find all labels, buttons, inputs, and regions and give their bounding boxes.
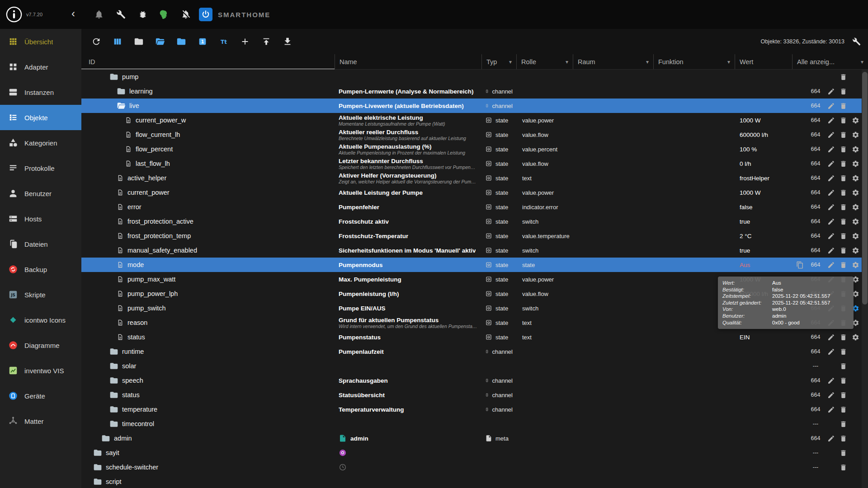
settings-button[interactable] [852, 232, 859, 240]
edit-button[interactable] [827, 88, 835, 95]
view-columns-icon[interactable] [113, 37, 123, 47]
sidebar-item-hosts[interactable]: Hosts [0, 206, 81, 231]
expert-mode-icon[interactable] [159, 9, 169, 19]
sidebar-item-instanzen[interactable]: Instanzen [0, 80, 81, 105]
object-value[interactable]: 0 l/h [735, 160, 792, 167]
column-header-id[interactable]: ID [81, 54, 335, 69]
delete-button[interactable] [840, 203, 847, 211]
delete-button[interactable] [840, 160, 847, 168]
delete-button[interactable] [840, 232, 847, 240]
table-row-speech[interactable]: speechSprachausgabenchannel664 [81, 373, 862, 388]
column-header-rolle[interactable]: Rolle▾ [516, 54, 573, 69]
sidebar-item-dateien[interactable]: Dateien [0, 231, 81, 257]
settings-button[interactable] [852, 160, 859, 168]
download-icon[interactable] [283, 37, 292, 47]
acl-badge[interactable]: 664 [806, 431, 825, 446]
settings-wrench-icon[interactable] [116, 9, 126, 19]
object-value[interactable]: 600000 l/h [735, 131, 792, 138]
sidebar-item-adapter[interactable]: Adapter [0, 54, 81, 80]
acl-badge[interactable]: 664 [806, 388, 825, 402]
delete-button[interactable] [840, 464, 847, 471]
acl-badge[interactable]: 664 [806, 243, 825, 258]
object-value[interactable]: frostHelper [735, 175, 792, 182]
column-header-alle-anzeig[interactable]: Alle anzeig...▾ [792, 54, 868, 69]
delete-button[interactable] [840, 117, 847, 124]
delete-button[interactable] [840, 435, 847, 442]
sidebar-item-matter[interactable]: Matter [0, 408, 81, 434]
edit-button[interactable] [827, 174, 835, 182]
delete-button[interactable] [840, 348, 847, 356]
edit-button[interactable] [827, 333, 835, 341]
acl-badge[interactable]: --- [806, 460, 825, 474]
edit-button[interactable] [827, 261, 835, 269]
table-row-flow-percent[interactable]: flow_percentAktuelle Pumpenauslastung (%… [81, 142, 862, 156]
edit-button[interactable] [827, 391, 835, 399]
acl-badge[interactable]: 664 [806, 330, 825, 344]
edit-button[interactable] [827, 232, 835, 240]
sidebar-item-diagramme[interactable]: Diagramme [0, 333, 81, 358]
table-row-error[interactable]: errorPumpenfehlerstateindicator.errorfal… [81, 200, 862, 214]
edit-button[interactable] [827, 160, 835, 168]
sidebar-item-icontwo-icons[interactable]: icontwo Icons [0, 307, 81, 333]
table-row-status[interactable]: statusPumpenstatusstatetextEIN664 [81, 330, 862, 344]
settings-button[interactable] [852, 261, 859, 269]
column-settings-icon[interactable] [852, 37, 861, 46]
acl-badge[interactable]: 664 [806, 185, 825, 200]
copy-button[interactable] [796, 261, 804, 269]
delete-button[interactable] [840, 261, 847, 269]
column-header-typ[interactable]: Typ▾ [481, 54, 516, 69]
table-row-frost-protection-active[interactable]: frost_protection_activeFrostschutz aktiv… [81, 214, 862, 229]
object-value[interactable]: 2 °C [735, 233, 792, 239]
object-value[interactable]: true [735, 218, 792, 225]
acl-badge[interactable]: --- [806, 359, 825, 373]
table-row-last-flow-lh[interactable]: last_flow_lhLetzter bekannter Durchfluss… [81, 156, 862, 171]
sidebar-collapse-button[interactable]: ‹ [69, 8, 78, 21]
object-value[interactable]: EIN [735, 334, 792, 341]
delete-button[interactable] [840, 145, 847, 153]
acl-badge[interactable]: 664 [806, 344, 825, 359]
expand-branch-icon[interactable] [176, 37, 186, 47]
acl-badge[interactable]: 664 [806, 99, 825, 113]
sidebar-item-objekte[interactable]: Objekte [0, 105, 81, 130]
table-row-schedule-switcher[interactable]: schedule-switcher--- [81, 460, 862, 474]
table-row-timecontrol[interactable]: timecontrol--- [81, 417, 862, 431]
acl-badge[interactable]: 664 [806, 156, 825, 171]
notifications-icon[interactable] [94, 9, 104, 19]
font-size-icon[interactable]: Tt [219, 37, 229, 47]
sidebar-item-kategorien[interactable]: Kategorien [0, 130, 81, 155]
table-row-flow-current-lh[interactable]: flow_current_lhAktueller reeller Durchfl… [81, 127, 862, 142]
table-row-current-power[interactable]: current_powerAktuelle Leistung der Pumpe… [81, 185, 862, 200]
sidebar-item-skripte[interactable]: JSSkripte [0, 282, 81, 307]
delete-button[interactable] [840, 102, 847, 110]
edit-button[interactable] [827, 117, 835, 124]
expand-depth-1-icon[interactable]: 1 [198, 37, 208, 47]
table-row-current-power-w[interactable]: current_power_wAktuelle elektrische Leis… [81, 113, 862, 127]
column-header-funktion[interactable]: Funktion▾ [653, 54, 735, 69]
table-row-runtime[interactable]: runtimePumpenlaufzeitchannel664 [81, 344, 862, 359]
acl-badge[interactable]: 664 [806, 84, 825, 99]
settings-button[interactable] [852, 247, 859, 254]
edit-button[interactable] [827, 435, 835, 442]
upload-icon[interactable] [261, 37, 271, 47]
delete-button[interactable] [840, 333, 847, 341]
acl-badge[interactable]: 664 [806, 200, 825, 214]
sidebar-item-backup[interactable]: Backup [0, 257, 81, 282]
refresh-icon[interactable] [91, 37, 101, 47]
column-header-wert[interactable]: Wert [735, 54, 792, 69]
table-row-status[interactable]: statusStatusübersichtchannel664 [81, 388, 862, 402]
collapse-all-icon[interactable] [134, 37, 144, 47]
acl-badge[interactable]: 664 [806, 171, 825, 185]
settings-button[interactable] [852, 189, 859, 197]
object-value[interactable]: false [735, 204, 792, 211]
table-row-learning[interactable]: learningPumpen-Lernwerte (Analyse & Norm… [81, 84, 862, 99]
delete-button[interactable] [840, 73, 847, 81]
table-row-active-helper[interactable]: active_helperAktiver Helfer (Vorrangsteu… [81, 171, 862, 185]
table-row-frost-protection-temp[interactable]: frost_protection_tempFrostschutz-Tempera… [81, 229, 862, 243]
notifications-off-icon[interactable] [181, 9, 191, 19]
settings-button[interactable] [852, 117, 859, 124]
acl-badge[interactable]: --- [806, 417, 825, 431]
vertical-scrollbar[interactable] [862, 70, 868, 488]
edit-button[interactable] [827, 102, 835, 110]
object-value[interactable]: 100 % [735, 146, 792, 153]
table-row-manual-safety-enabled[interactable]: manual_safety_enabledSicherheitsfunktion… [81, 243, 862, 258]
